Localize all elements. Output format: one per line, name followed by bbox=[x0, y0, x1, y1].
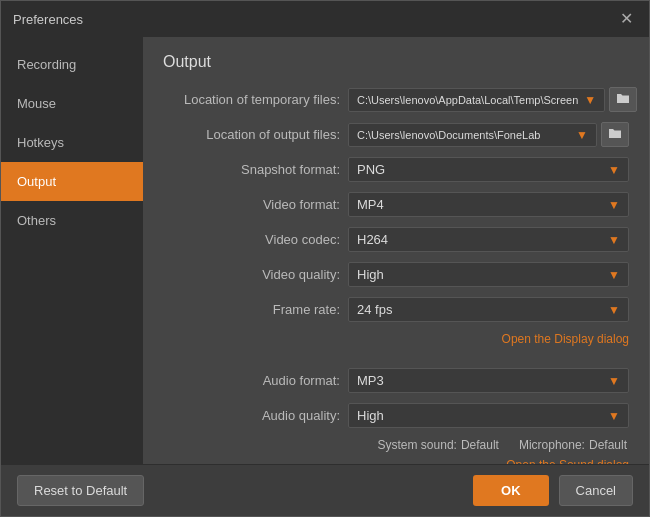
sidebar-item-mouse[interactable]: Mouse bbox=[1, 84, 143, 123]
video-format-label: Video format: bbox=[163, 197, 348, 212]
video-format-arrow: ▼ bbox=[608, 198, 620, 212]
microphone-value: Default bbox=[589, 438, 627, 452]
sidebar-item-others[interactable]: Others bbox=[1, 201, 143, 240]
dialog-footer: Reset to Default OK Cancel bbox=[1, 464, 649, 516]
open-display-dialog-link[interactable]: Open the Display dialog bbox=[502, 332, 629, 346]
system-sound-value: Default bbox=[461, 438, 499, 452]
video-quality-control: High ▼ bbox=[348, 262, 629, 287]
video-codec-dropdown[interactable]: H264 ▼ bbox=[348, 227, 629, 252]
dialog-title: Preferences bbox=[13, 12, 83, 27]
display-link-row: Open the Display dialog bbox=[163, 332, 629, 346]
output-files-control: C:\Users\lenovo\Documents\FoneLab ▼ bbox=[348, 122, 629, 147]
sidebar-item-hotkeys[interactable]: Hotkeys bbox=[1, 123, 143, 162]
output-files-arrow: ▼ bbox=[576, 128, 588, 142]
video-codec-row: Video codec: H264 ▼ bbox=[163, 227, 629, 252]
preferences-dialog: Preferences ✕ Recording Mouse Hotkeys Ou… bbox=[0, 0, 650, 517]
frame-rate-label: Frame rate: bbox=[163, 302, 348, 317]
audio-quality-dropdown[interactable]: High ▼ bbox=[348, 403, 629, 428]
frame-rate-row: Frame rate: 24 fps ▼ bbox=[163, 297, 629, 322]
sidebar-item-output[interactable]: Output bbox=[1, 162, 143, 201]
audio-format-arrow: ▼ bbox=[608, 374, 620, 388]
close-button[interactable]: ✕ bbox=[616, 9, 637, 29]
audio-format-control: MP3 ▼ bbox=[348, 368, 629, 393]
ok-button[interactable]: OK bbox=[473, 475, 549, 506]
video-format-control: MP4 ▼ bbox=[348, 192, 629, 217]
video-codec-label: Video codec: bbox=[163, 232, 348, 247]
audio-format-dropdown[interactable]: MP3 ▼ bbox=[348, 368, 629, 393]
video-format-row: Video format: MP4 ▼ bbox=[163, 192, 629, 217]
video-format-dropdown[interactable]: MP4 ▼ bbox=[348, 192, 629, 217]
audio-format-label: Audio format: bbox=[163, 373, 348, 388]
microphone-label: Microphone: bbox=[519, 438, 585, 452]
snapshot-format-dropdown[interactable]: PNG ▼ bbox=[348, 157, 629, 182]
audio-quality-arrow: ▼ bbox=[608, 409, 620, 423]
temp-files-dropdown[interactable]: C:\Users\lenovo\AppData\Local\Temp\Scree… bbox=[348, 88, 605, 112]
sound-link-row: Open the Sound dialog bbox=[163, 458, 629, 464]
footer-right-buttons: OK Cancel bbox=[473, 475, 633, 506]
snapshot-format-row: Snapshot format: PNG ▼ bbox=[163, 157, 629, 182]
temp-files-folder-btn[interactable] bbox=[609, 87, 637, 112]
reset-to-default-button[interactable]: Reset to Default bbox=[17, 475, 144, 506]
audio-quality-label: Audio quality: bbox=[163, 408, 348, 423]
temp-files-row: Location of temporary files: C:\Users\le… bbox=[163, 87, 629, 112]
video-codec-arrow: ▼ bbox=[608, 233, 620, 247]
frame-rate-dropdown[interactable]: 24 fps ▼ bbox=[348, 297, 629, 322]
output-files-folder-btn[interactable] bbox=[601, 122, 629, 147]
system-sound-label: System sound: bbox=[378, 438, 457, 452]
audio-quality-row: Audio quality: High ▼ bbox=[163, 403, 629, 428]
sidebar: Recording Mouse Hotkeys Output Others bbox=[1, 37, 143, 464]
temp-files-control: C:\Users\lenovo\AppData\Local\Temp\Scree… bbox=[348, 87, 637, 112]
content-area: Output Location of temporary files: C:\U… bbox=[143, 37, 649, 464]
sidebar-item-recording[interactable]: Recording bbox=[1, 45, 143, 84]
open-sound-dialog-link[interactable]: Open the Sound dialog bbox=[506, 458, 629, 464]
video-quality-dropdown[interactable]: High ▼ bbox=[348, 262, 629, 287]
video-quality-row: Video quality: High ▼ bbox=[163, 262, 629, 287]
frame-rate-arrow: ▼ bbox=[608, 303, 620, 317]
title-bar: Preferences ✕ bbox=[1, 1, 649, 37]
temp-files-label: Location of temporary files: bbox=[163, 92, 348, 107]
sound-info-row: System sound: Default Microphone: Defaul… bbox=[163, 438, 629, 452]
audio-quality-control: High ▼ bbox=[348, 403, 629, 428]
cancel-button[interactable]: Cancel bbox=[559, 475, 633, 506]
frame-rate-control: 24 fps ▼ bbox=[348, 297, 629, 322]
snapshot-format-label: Snapshot format: bbox=[163, 162, 348, 177]
temp-files-arrow: ▼ bbox=[584, 93, 596, 107]
output-files-label: Location of output files: bbox=[163, 127, 348, 142]
video-quality-arrow: ▼ bbox=[608, 268, 620, 282]
snapshot-format-control: PNG ▼ bbox=[348, 157, 629, 182]
video-codec-control: H264 ▼ bbox=[348, 227, 629, 252]
audio-format-row: Audio format: MP3 ▼ bbox=[163, 368, 629, 393]
output-files-dropdown[interactable]: C:\Users\lenovo\Documents\FoneLab ▼ bbox=[348, 123, 597, 147]
output-files-row: Location of output files: C:\Users\lenov… bbox=[163, 122, 629, 147]
snapshot-format-arrow: ▼ bbox=[608, 163, 620, 177]
dialog-body: Recording Mouse Hotkeys Output Others Ou… bbox=[1, 37, 649, 464]
video-quality-label: Video quality: bbox=[163, 267, 348, 282]
section-title: Output bbox=[163, 53, 629, 71]
